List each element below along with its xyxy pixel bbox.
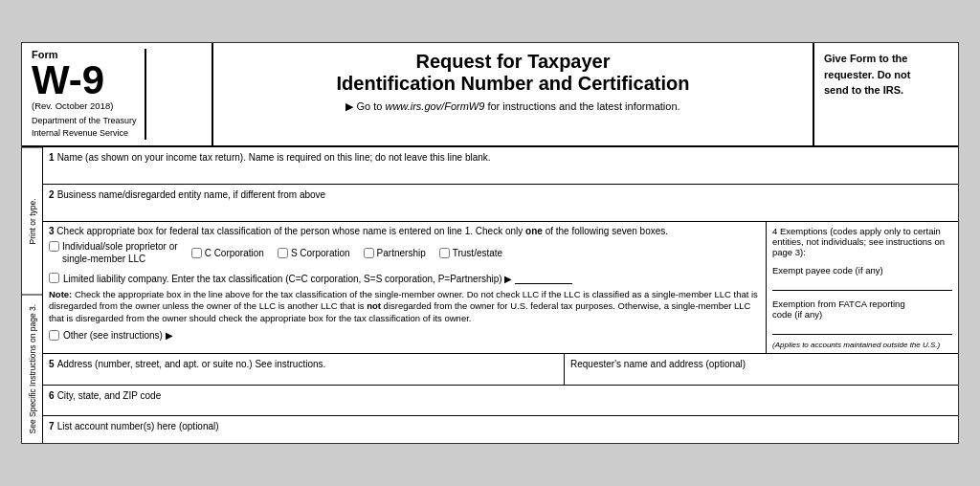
f1-label: Name (as shown on your income tax return…: [57, 152, 491, 163]
cb-trust-input[interactable]: [439, 248, 450, 258]
checkbox-s-corp: S Corporation: [278, 248, 350, 258]
field-5-section: 5 Address (number, street, and apt. or s…: [43, 354, 958, 386]
field-1: 1 Name (as shown on your income tax retu…: [43, 147, 958, 185]
cb-c-corp-label[interactable]: C Corporation: [205, 248, 264, 258]
fatca-label: Exemption from FATCA reporting code (if …: [772, 298, 952, 320]
note-bold: not: [367, 300, 381, 311]
llc-row: Limited liability company. Enter the tax…: [49, 272, 760, 284]
form-main: 1 Name (as shown on your income tax retu…: [43, 147, 958, 443]
cb-individual-input[interactable]: [49, 241, 59, 252]
f2-label: Business name/disregarded entity name, i…: [57, 189, 326, 200]
f3-number: 3: [49, 226, 55, 236]
fatca-code-line: [772, 321, 952, 335]
goto-text: ▶ Go to www.irs.gov/FormW9 for instructi…: [233, 100, 793, 113]
rotated-text-1: Print or type.: [22, 147, 42, 296]
f2-input-area: [49, 200, 952, 217]
f3-label: Check appropriate box for federal tax cl…: [56, 226, 523, 236]
f7-label: List account number(s) here (optional): [57, 421, 219, 431]
form-header: Form W-9 (Rev. October 2018) Department …: [22, 43, 958, 146]
checkboxes-row: Individual/sole proprietor orsingle-memb…: [49, 240, 760, 266]
rotated-text-2: See Specific Instructions on page 3.: [22, 295, 42, 443]
form-body-wrapper: Print or type. See Specific Instructions…: [22, 147, 958, 443]
field-7: 7 List account number(s) here (optional): [43, 416, 958, 443]
form-dept: Department of the Treasury Internal Reve…: [32, 115, 137, 139]
cb-individual-label[interactable]: Individual/sole proprietor orsingle-memb…: [62, 240, 178, 266]
form-logo: Form W-9 (Rev. October 2018) Department …: [32, 49, 137, 139]
header-right: Give Form to the requester. Do not send …: [814, 43, 958, 144]
section-4-right: 4 Exemptions (codes apply only to certai…: [767, 222, 958, 353]
dept-line1: Department of the Treasury: [32, 115, 137, 127]
rotated-label: Print or type. See Specific Instructions…: [22, 147, 43, 443]
f6-label: City, state, and ZIP code: [57, 390, 162, 401]
requester-address: Requester's name and address (optional): [565, 354, 958, 385]
section-3-4: 3 Check appropriate box for federal tax …: [43, 222, 958, 354]
cb-c-corp-input[interactable]: [191, 248, 202, 258]
checkbox-partnership: Partnership: [364, 248, 426, 258]
llc-classification-input: [515, 272, 572, 284]
f5-number: 5: [49, 359, 55, 369]
note-block: Note: Check the appropriate box in the l…: [49, 289, 760, 325]
f3-label-block: 3 Check appropriate box for federal tax …: [49, 226, 760, 236]
w9-form: Form W-9 (Rev. October 2018) Department …: [21, 42, 959, 443]
f1-number: 1: [49, 152, 55, 163]
cb-partnership-input[interactable]: [364, 248, 374, 258]
other-row: Other (see instructions) ▶: [49, 330, 760, 341]
f3-label-bold: one: [525, 226, 543, 236]
form-rev: (Rev. October 2018): [32, 100, 137, 111]
cb-other-input[interactable]: [49, 330, 59, 341]
goto-url[interactable]: www.irs.gov/FormW9: [385, 100, 484, 112]
f6-number: 6: [49, 390, 55, 401]
vertical-divider: [145, 49, 146, 139]
f5-label: Address (number, street, and apt. or sui…: [57, 359, 326, 369]
title-line2: Identification Number and Certification: [233, 73, 793, 95]
header-center: Request for Taxpayer Identification Numb…: [213, 43, 814, 144]
checkbox-individual: Individual/sole proprietor orsingle-memb…: [49, 240, 178, 266]
applies-note: (Applies to accounts maintained outside …: [772, 341, 952, 349]
llc-label: Limited liability company. Enter the tax…: [63, 272, 572, 284]
f4-label: 4 Exemptions (codes apply only to certai…: [772, 226, 952, 257]
checkbox-trust: Trust/estate: [439, 248, 502, 258]
form-number: W-9: [32, 60, 137, 100]
field-6: 6 City, state, and ZIP code: [43, 386, 958, 416]
note-label: Note:: [49, 289, 72, 299]
give-form-line1: Give Form to the: [824, 51, 948, 67]
exempt-payee-label: Exempt payee code (if any): [772, 265, 952, 276]
f5-right-label: Requester's name and address (optional): [570, 359, 746, 369]
title-line1: Request for Taxpayer: [233, 51, 793, 73]
cb-trust-label[interactable]: Trust/estate: [453, 248, 502, 258]
field-5: 5 Address (number, street, and apt. or s…: [43, 354, 565, 385]
f7-number: 7: [49, 421, 55, 431]
cb-s-corp-label[interactable]: S Corporation: [291, 248, 350, 258]
section-3-left: 3 Check appropriate box for federal tax …: [43, 222, 767, 353]
give-form-line2: requester. Do not: [824, 67, 948, 83]
header-left: Form W-9 (Rev. October 2018) Department …: [22, 43, 213, 144]
field-2: 2 Business name/disregarded entity name,…: [43, 185, 958, 222]
f2-number: 2: [49, 189, 55, 200]
f3-label-suffix: of the following seven boxes.: [546, 226, 668, 236]
cb-s-corp-input[interactable]: [278, 248, 288, 258]
exempt-payee-line: [772, 277, 952, 291]
cb-other-label[interactable]: Other (see instructions) ▶: [63, 330, 173, 341]
cb-partnership-label[interactable]: Partnership: [377, 248, 426, 258]
dept-line2: Internal Revenue Service: [32, 127, 137, 140]
give-form-line3: send to the IRS.: [824, 82, 948, 99]
f1-input-area: [49, 163, 952, 180]
checkbox-c-corp: C Corporation: [191, 248, 264, 258]
cb-llc-input[interactable]: [49, 273, 59, 283]
